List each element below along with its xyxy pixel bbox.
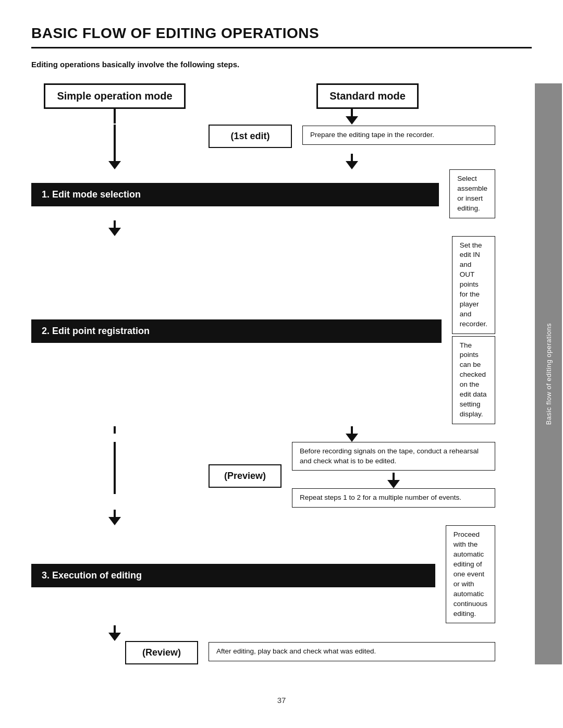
step2-desc1: Set the edit IN and OUT points for the p… (452, 236, 495, 334)
arrow-line-simple (114, 109, 116, 124)
preview-desc2: Repeat steps 1 to 2 for a multiple numbe… (292, 488, 495, 508)
v-line-2-to-preview (351, 426, 353, 434)
first-edit-box: (1st edit) (209, 125, 292, 148)
v-line-to-step3 (114, 510, 116, 517)
title-divider (31, 47, 532, 48)
arrow-head-to-preview (346, 434, 358, 442)
arrow-head-standard-to-step1 (346, 161, 358, 169)
sidebar-label: Basic flow of editing operations (535, 83, 562, 664)
v-line-simple-2 (114, 154, 116, 161)
standard-mode-box: Standard mode (316, 83, 419, 109)
arrow-head-simple-to-step1 (108, 161, 121, 169)
arrow-head-standard (346, 116, 358, 125)
preview-box: (Preview) (209, 464, 282, 488)
review-desc: After editing, play back and check what … (209, 642, 495, 661)
first-edit-desc: Prepare the editing tape in the recorder… (302, 126, 495, 145)
preview-inner-arrow-line (393, 473, 395, 480)
step1-desc: Select assemble or insert editing. (449, 169, 495, 218)
step3-desc: Proceed with the automatic editing of on… (446, 525, 495, 623)
review-box: (Review) (125, 641, 198, 664)
simple-mode-box: Simple operation mode (44, 83, 185, 109)
page-number: 37 (31, 696, 532, 705)
flow-diagram: Simple operation mode Standard mode (31, 83, 532, 664)
step3-box: 3. Execution of editing (31, 564, 435, 587)
v-line-through-1stedit (114, 125, 116, 154)
arrow-head-3-to-review (108, 633, 121, 641)
page-title: BASIC FLOW OF EDITING OPERATIONS (31, 25, 532, 42)
step2-desc2: The points can be checked on the edit da… (452, 336, 495, 424)
v-line-standard-2 (351, 154, 353, 161)
preview-inner-arrow-head (387, 480, 400, 488)
subtitle: Editing operations basically involve the… (31, 60, 532, 69)
preview-desc1: Before recording signals on the tape, co… (292, 442, 495, 471)
v-line-2-to-3-left (114, 426, 116, 434)
arrow-head-1-to-2 (108, 228, 121, 236)
arrow-head-to-step3 (108, 517, 121, 525)
v-line-through-preview (114, 442, 116, 494)
v-line-3-to-review (114, 625, 116, 633)
step2-box: 2. Edit point registration (31, 319, 442, 343)
v-line-1-to-2 (114, 220, 116, 228)
arrow-line-standard (351, 109, 353, 116)
step1-box: 1. Edit mode selection (31, 183, 439, 206)
